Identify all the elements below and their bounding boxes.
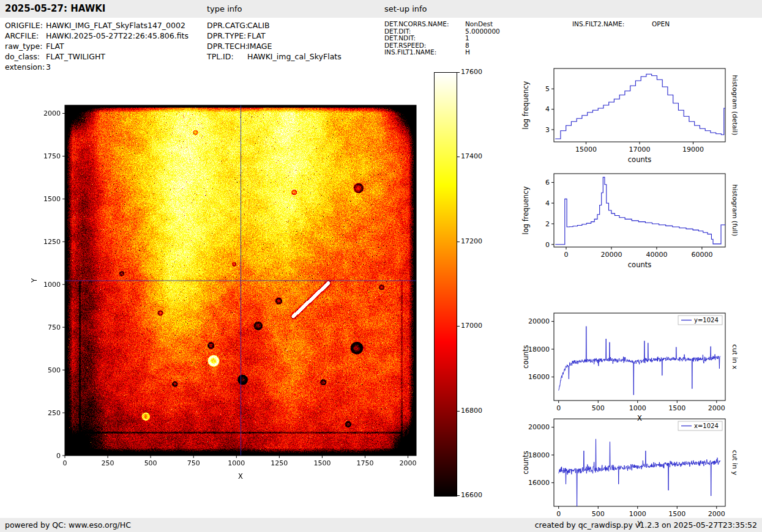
y-tick-label: 20000 (528, 317, 550, 325)
x-tick-label: 250 (102, 459, 114, 467)
y-tick-label: 0 (56, 452, 61, 460)
dpr-tech-value: IMAGE (247, 41, 272, 51)
y-tick-label: 5 (545, 85, 550, 93)
det-ncorrs-label: DET.NCORRS.NAME: (384, 21, 465, 28)
dpr-type-value: FLAT (247, 31, 266, 41)
y-tick-label: 16000 (528, 479, 550, 487)
y-tick-label: 0 (545, 241, 550, 249)
arcfile-row: ARCFILE:HAWKI.2025-05-27T22:26:45.806.fi… (5, 31, 189, 41)
footer-left-text: powered by QC: www.eso.org/HC (5, 518, 131, 532)
side-label: cut in y (731, 450, 739, 475)
series-line (555, 74, 725, 139)
setup-info-heading: set-up info (384, 0, 427, 18)
raw-type-label: raw_type: (5, 41, 46, 51)
y-axis-label: log frequency (521, 186, 530, 234)
colorbar-tick (457, 411, 460, 412)
x-axis-label: X (238, 472, 243, 481)
histogram-full-plot: 02000040000600000246countslog frequencyh… (518, 165, 762, 273)
det-ndit-row: DET.NDIT:1 (384, 35, 500, 42)
ins-filt1-label: INS.FILT1.NAME: (384, 49, 465, 56)
det-dit-value: 5.0000000 (465, 28, 500, 35)
series-line (555, 177, 725, 245)
colorbar-tick (457, 495, 460, 496)
tpl-id-value: HAWKI_img_cal_SkyFlats (247, 51, 342, 62)
x-tick-label: 0 (564, 251, 568, 259)
colorbar-tick-label: 17200 (461, 237, 482, 246)
y-tick-label: 1750 (43, 152, 61, 160)
y-axis-label: counts (521, 451, 530, 474)
det-ndit-label: DET.NDIT: (384, 35, 465, 42)
tpl-id-row: TPL.ID:HAWKI_img_cal_SkyFlats (207, 51, 342, 62)
dpr-catg-value: CALIB (247, 20, 270, 31)
det-ncorrs-row: DET.NCORRS.NAME:NonDest (384, 21, 500, 28)
ins-filt2-row: INS.FILT2.NAME:OPEN (572, 21, 670, 28)
side-label: histogram (detail) (731, 75, 739, 136)
colorbar-tick (457, 72, 460, 73)
series-line (559, 439, 720, 506)
y-tick-label: 1000 (43, 281, 61, 289)
dpr-catg-label: DPR.CATG: (207, 20, 247, 31)
colorbar-tick (457, 242, 460, 242)
x-tick-label: 15000 (575, 146, 597, 153)
x-tick-label: 2000 (400, 459, 417, 467)
x-tick-label: 60000 (691, 251, 712, 259)
extension-row: extension:3 (5, 62, 189, 72)
y-tick-label: 1500 (43, 195, 61, 203)
colorbar-tick-label: 17000 (461, 322, 482, 330)
origfile-value: HAWKI_IMG_FLAT_SkyFlats147_0002 (46, 20, 185, 31)
ins-filt1-row: INS.FILT1.NAME:H (384, 49, 500, 56)
qc-report-page: 2025-05-27: HAWKI type info set-up info … (0, 0, 762, 532)
legend: x=1024 (678, 421, 722, 430)
y-axis-label: log frequency (521, 81, 530, 129)
raw-type-value: FLAT (46, 41, 64, 51)
side-label: cut in x (731, 344, 739, 369)
det-ndit-value: 1 (465, 35, 469, 42)
y-tick-label: 6 (545, 179, 550, 187)
colorbar-tick-label: 16800 (461, 407, 482, 415)
colorbar-tick-label: 17400 (461, 152, 482, 161)
series-line (559, 327, 720, 395)
x-tick-label: 500 (592, 510, 605, 518)
histogram-detail-plot: 150001700019000345countslog frequencyhis… (518, 60, 762, 168)
colorbar-tick (457, 157, 460, 157)
ins-filt2-value: OPEN (652, 21, 670, 28)
x-tick-label: 1500 (668, 510, 685, 518)
origfile-label: ORIGFILE: (5, 20, 46, 31)
do-class-value: FLAT_TWILIGHT (46, 51, 105, 62)
y-tick-label: 20000 (528, 423, 550, 431)
type-info-block: DPR.CATG:CALIB DPR.TYPE:FLAT DPR.TECH:IM… (207, 20, 342, 62)
x-tick-label: 1250 (271, 459, 288, 467)
file-info-block: ORIGFILE:HAWKI_IMG_FLAT_SkyFlats147_0002… (5, 20, 189, 72)
colorbar-tick-label: 17600 (461, 68, 482, 76)
x-tick-label: 0 (556, 510, 561, 518)
y-axis-label: Y (30, 278, 39, 283)
filt2-info-block: INS.FILT2.NAME:OPEN (572, 21, 670, 28)
x-tick-label: 0 (63, 459, 67, 467)
extension-label: extension: (5, 62, 46, 72)
cut-in-x-plot: 0500100015002000160001800020000Xcountscu… (518, 305, 762, 426)
x-axis-label: counts (628, 260, 651, 269)
origfile-row: ORIGFILE:HAWKI_IMG_FLAT_SkyFlats147_0002 (5, 20, 189, 31)
header-bar: 2025-05-27: HAWKI type info set-up info (0, 0, 762, 18)
x-tick-label: 17000 (629, 146, 651, 153)
page-title: 2025-05-27: HAWKI (5, 0, 105, 18)
dpr-type-label: DPR.TYPE: (207, 31, 247, 41)
x-tick-label: 750 (187, 459, 200, 467)
dpr-catg-row: DPR.CATG:CALIB (207, 20, 342, 31)
extension-value: 3 (46, 62, 51, 72)
x-tick-label: 1750 (356, 459, 373, 467)
x-tick-label: 1000 (228, 459, 245, 467)
x-tick-label: 19000 (682, 146, 704, 153)
y-tick-label: 250 (48, 409, 61, 417)
type-info-heading: type info (207, 0, 242, 18)
arcfile-label: ARCFILE: (5, 31, 46, 41)
x-axis-label: Y (637, 520, 642, 528)
y-tick-label: 2 (545, 220, 550, 228)
y-tick-label: 4 (545, 105, 550, 113)
det-ncorrs-value: NonDest (465, 21, 493, 28)
y-tick-label: 3 (545, 126, 550, 134)
legend-label: y=1024 (694, 317, 719, 323)
x-tick-label: 2000 (708, 510, 725, 518)
side-label: histogram (full) (731, 185, 739, 237)
x-tick-label: 20000 (600, 251, 622, 259)
